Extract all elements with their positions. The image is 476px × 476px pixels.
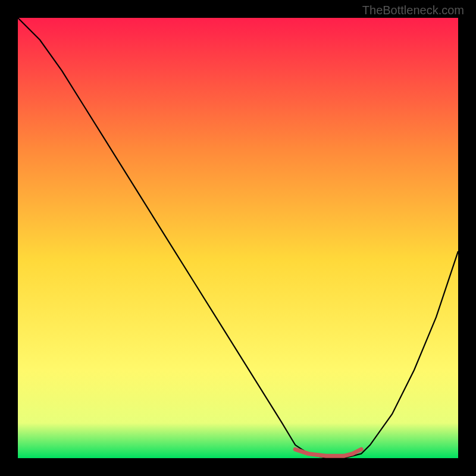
chart-svg [18, 18, 458, 458]
chart-container [18, 18, 458, 458]
watermark-text: TheBottleneck.com [362, 4, 464, 17]
gradient-bg [18, 18, 458, 458]
